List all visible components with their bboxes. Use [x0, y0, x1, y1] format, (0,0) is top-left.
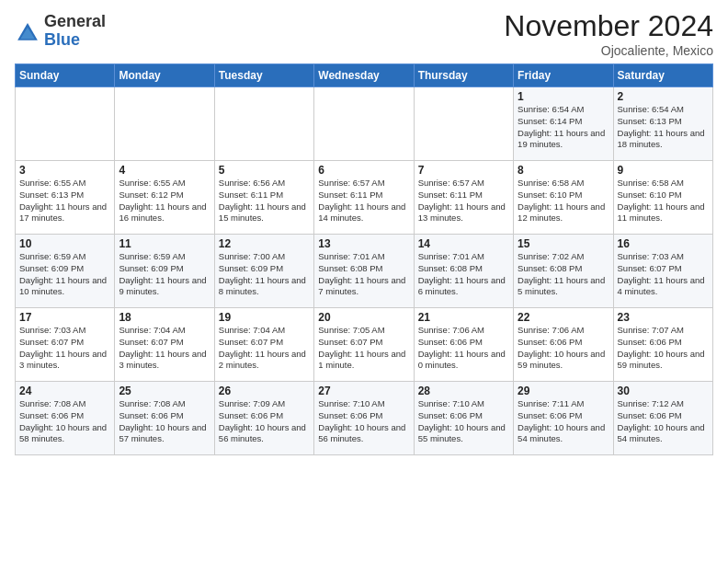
calendar-cell: 10Sunrise: 6:59 AMSunset: 6:09 PMDayligh… — [16, 235, 115, 308]
day-number: 11 — [119, 237, 210, 250]
day-info: Sunrise: 6:54 AMSunset: 6:13 PMDaylight:… — [618, 104, 709, 151]
calendar-cell: 11Sunrise: 6:59 AMSunset: 6:09 PMDayligh… — [115, 235, 214, 308]
day-info: Sunrise: 7:08 AMSunset: 6:06 PMDaylight:… — [19, 398, 110, 445]
day-number: 10 — [19, 237, 110, 250]
calendar-cell: 14Sunrise: 7:01 AMSunset: 6:08 PMDayligh… — [414, 235, 513, 308]
calendar-cell — [16, 87, 115, 161]
calendar-cell: 13Sunrise: 7:01 AMSunset: 6:08 PMDayligh… — [314, 235, 414, 308]
day-number: 14 — [418, 237, 509, 250]
calendar-cell — [115, 87, 214, 161]
calendar-cell: 15Sunrise: 7:02 AMSunset: 6:08 PMDayligh… — [514, 235, 613, 308]
calendar-cell: 30Sunrise: 7:12 AMSunset: 6:06 PMDayligh… — [613, 382, 712, 455]
day-info: Sunrise: 7:06 AMSunset: 6:06 PMDaylight:… — [518, 325, 609, 372]
calendar-cell: 22Sunrise: 7:06 AMSunset: 6:06 PMDayligh… — [514, 308, 613, 382]
logo-blue: Blue — [44, 31, 106, 50]
day-number: 23 — [618, 311, 709, 324]
day-info: Sunrise: 7:09 AMSunset: 6:06 PMDaylight:… — [219, 398, 310, 445]
day-number: 9 — [618, 164, 709, 177]
day-info: Sunrise: 7:12 AMSunset: 6:06 PMDaylight:… — [618, 398, 709, 445]
calendar-cell: 28Sunrise: 7:10 AMSunset: 6:06 PMDayligh… — [414, 382, 513, 455]
calendar-week-4: 17Sunrise: 7:03 AMSunset: 6:07 PMDayligh… — [16, 308, 713, 382]
calendar-header-saturday: Saturday — [613, 64, 712, 87]
day-info: Sunrise: 7:06 AMSunset: 6:06 PMDaylight:… — [418, 325, 509, 372]
logo-general: General — [44, 13, 106, 31]
day-info: Sunrise: 7:07 AMSunset: 6:06 PMDaylight:… — [618, 325, 709, 372]
calendar-header-row: SundayMondayTuesdayWednesdayThursdayFrid… — [16, 64, 713, 87]
calendar-header-tuesday: Tuesday — [214, 64, 313, 87]
calendar-cell: 3Sunrise: 6:55 AMSunset: 6:13 PMDaylight… — [16, 161, 115, 235]
calendar-cell: 25Sunrise: 7:08 AMSunset: 6:06 PMDayligh… — [115, 382, 214, 455]
day-number: 19 — [219, 311, 310, 324]
day-number: 29 — [518, 385, 609, 397]
day-number: 22 — [518, 311, 609, 324]
day-info: Sunrise: 7:01 AMSunset: 6:08 PMDaylight:… — [318, 251, 409, 298]
day-number: 6 — [318, 164, 409, 177]
day-number: 5 — [219, 164, 310, 177]
title-block: November 2024 Ojocaliente, Mexico — [504, 9, 713, 58]
day-number: 21 — [418, 311, 509, 324]
day-info: Sunrise: 6:58 AMSunset: 6:10 PMDaylight:… — [518, 178, 609, 224]
day-info: Sunrise: 6:55 AMSunset: 6:13 PMDaylight:… — [19, 178, 110, 224]
day-info: Sunrise: 6:59 AMSunset: 6:09 PMDaylight:… — [19, 251, 110, 298]
calendar-header-thursday: Thursday — [414, 64, 513, 87]
calendar-cell — [414, 87, 513, 161]
day-number: 18 — [119, 311, 210, 324]
day-number: 8 — [518, 164, 609, 177]
calendar-cell: 23Sunrise: 7:07 AMSunset: 6:06 PMDayligh… — [613, 308, 712, 382]
calendar-cell — [214, 87, 313, 161]
calendar-cell: 5Sunrise: 6:56 AMSunset: 6:11 PMDaylight… — [214, 161, 313, 235]
calendar: SundayMondayTuesdayWednesdayThursdayFrid… — [15, 63, 713, 455]
day-info: Sunrise: 7:03 AMSunset: 6:07 PMDaylight:… — [19, 325, 110, 372]
calendar-cell: 7Sunrise: 6:57 AMSunset: 6:11 PMDaylight… — [414, 161, 513, 235]
logo-text: General Blue — [44, 13, 106, 50]
calendar-cell: 26Sunrise: 7:09 AMSunset: 6:06 PMDayligh… — [214, 382, 313, 455]
day-info: Sunrise: 6:57 AMSunset: 6:11 PMDaylight:… — [318, 178, 409, 224]
calendar-cell: 17Sunrise: 7:03 AMSunset: 6:07 PMDayligh… — [16, 308, 115, 382]
calendar-week-5: 24Sunrise: 7:08 AMSunset: 6:06 PMDayligh… — [16, 382, 713, 455]
day-info: Sunrise: 6:56 AMSunset: 6:11 PMDaylight:… — [219, 178, 310, 224]
day-number: 20 — [318, 311, 409, 324]
day-number: 3 — [19, 164, 110, 177]
calendar-cell: 16Sunrise: 7:03 AMSunset: 6:07 PMDayligh… — [613, 235, 712, 308]
day-info: Sunrise: 6:58 AMSunset: 6:10 PMDaylight:… — [618, 178, 709, 224]
day-number: 28 — [418, 385, 509, 397]
calendar-cell: 6Sunrise: 6:57 AMSunset: 6:11 PMDaylight… — [314, 161, 414, 235]
calendar-week-3: 10Sunrise: 6:59 AMSunset: 6:09 PMDayligh… — [16, 235, 713, 308]
day-info: Sunrise: 6:59 AMSunset: 6:09 PMDaylight:… — [119, 251, 210, 298]
calendar-header-friday: Friday — [514, 64, 613, 87]
calendar-cell: 9Sunrise: 6:58 AMSunset: 6:10 PMDaylight… — [613, 161, 712, 235]
page: General Blue November 2024 Ojocaliente, … — [0, 0, 728, 563]
calendar-cell: 18Sunrise: 7:04 AMSunset: 6:07 PMDayligh… — [115, 308, 214, 382]
day-number: 15 — [518, 237, 609, 250]
calendar-week-1: 1Sunrise: 6:54 AMSunset: 6:14 PMDaylight… — [16, 87, 713, 161]
calendar-cell: 20Sunrise: 7:05 AMSunset: 6:07 PMDayligh… — [314, 308, 414, 382]
day-info: Sunrise: 7:10 AMSunset: 6:06 PMDaylight:… — [418, 398, 509, 445]
day-info: Sunrise: 7:02 AMSunset: 6:08 PMDaylight:… — [518, 251, 609, 298]
day-number: 1 — [518, 90, 609, 103]
calendar-cell: 4Sunrise: 6:55 AMSunset: 6:12 PMDaylight… — [115, 161, 214, 235]
day-info: Sunrise: 6:54 AMSunset: 6:14 PMDaylight:… — [518, 104, 609, 151]
day-info: Sunrise: 6:57 AMSunset: 6:11 PMDaylight:… — [418, 178, 509, 224]
calendar-cell: 29Sunrise: 7:11 AMSunset: 6:06 PMDayligh… — [514, 382, 613, 455]
calendar-header-monday: Monday — [115, 64, 214, 87]
day-number: 26 — [219, 385, 310, 397]
day-info: Sunrise: 7:08 AMSunset: 6:06 PMDaylight:… — [119, 398, 210, 445]
day-number: 16 — [618, 237, 709, 250]
day-number: 17 — [19, 311, 110, 324]
day-info: Sunrise: 7:04 AMSunset: 6:07 PMDaylight:… — [119, 325, 210, 372]
calendar-cell: 21Sunrise: 7:06 AMSunset: 6:06 PMDayligh… — [414, 308, 513, 382]
day-info: Sunrise: 6:55 AMSunset: 6:12 PMDaylight:… — [119, 178, 210, 224]
day-info: Sunrise: 7:01 AMSunset: 6:08 PMDaylight:… — [418, 251, 509, 298]
calendar-cell: 24Sunrise: 7:08 AMSunset: 6:06 PMDayligh… — [16, 382, 115, 455]
day-info: Sunrise: 7:00 AMSunset: 6:09 PMDaylight:… — [219, 251, 310, 298]
calendar-header-wednesday: Wednesday — [314, 64, 414, 87]
location: Ojocaliente, Mexico — [504, 43, 713, 58]
day-number: 4 — [119, 164, 210, 177]
calendar-cell: 27Sunrise: 7:10 AMSunset: 6:06 PMDayligh… — [314, 382, 414, 455]
day-number: 24 — [19, 385, 110, 397]
day-info: Sunrise: 7:05 AMSunset: 6:07 PMDaylight:… — [318, 325, 409, 372]
day-number: 12 — [219, 237, 310, 250]
day-info: Sunrise: 7:11 AMSunset: 6:06 PMDaylight:… — [518, 398, 609, 445]
day-info: Sunrise: 7:04 AMSunset: 6:07 PMDaylight:… — [219, 325, 310, 372]
month-title: November 2024 — [504, 9, 713, 43]
